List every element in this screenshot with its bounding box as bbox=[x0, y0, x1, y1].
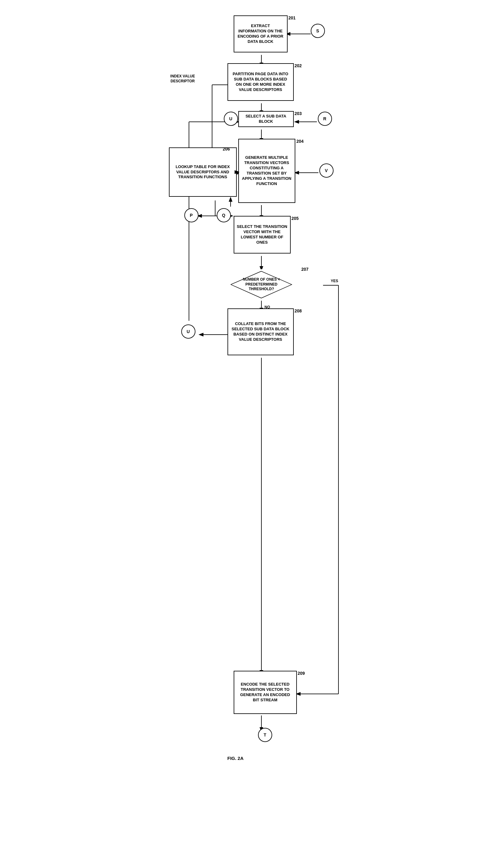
circle-V: V bbox=[320, 164, 334, 178]
svg-text:YES: YES bbox=[331, 279, 338, 283]
circle-Q: Q bbox=[217, 208, 231, 222]
step-num-205: 205 bbox=[292, 216, 299, 221]
step-num-207: 207 bbox=[302, 267, 309, 272]
box-201: EXTRACT INFORMATION ON THE ENCODING OF A… bbox=[234, 15, 288, 53]
fig-caption: FIG. 2A bbox=[227, 756, 244, 761]
box-206: LOOKUP TABLE FOR INDEX VALUE DESCRIPTORS… bbox=[169, 147, 237, 197]
circle-T: T bbox=[258, 728, 272, 742]
circle-U-top: U bbox=[224, 112, 238, 126]
step-num-201: 201 bbox=[289, 15, 295, 20]
step-num-206: 206 bbox=[223, 146, 230, 152]
step-num-204: 204 bbox=[296, 139, 304, 144]
diamond-207: NUMBER OF ONES < PREDETERMINED THRESHOLD… bbox=[222, 267, 301, 302]
box-208: COLLATE BITS FROM THE SELECTED SUB DATA … bbox=[227, 308, 294, 355]
box-203: SELECT A SUB DATA BLOCK bbox=[238, 111, 294, 127]
circle-U-bottom: U bbox=[181, 324, 195, 338]
circle-S: S bbox=[311, 24, 325, 38]
step-num-208: 208 bbox=[295, 308, 302, 313]
step-num-209: 209 bbox=[298, 671, 305, 676]
step-num-202: 202 bbox=[295, 63, 302, 68]
box-204: GENERATE MULTIPLE TRANSITION VECTORS CON… bbox=[238, 139, 295, 203]
circle-R: R bbox=[318, 112, 332, 126]
box-205: SELECT THE TRANSITION VECTOR WITH THE LO… bbox=[234, 216, 291, 254]
circle-P: P bbox=[184, 208, 199, 222]
index-value-label: INDEX VALUE DESCRIPTOR bbox=[163, 74, 203, 84]
box-202: PARTITION PAGE DATA INTO SUB DATA BLOCKS… bbox=[227, 63, 294, 101]
box-209: ENCODE THE SELECTED TRANSITION VECTOR TO… bbox=[234, 671, 297, 714]
step-num-203: 203 bbox=[295, 111, 302, 116]
